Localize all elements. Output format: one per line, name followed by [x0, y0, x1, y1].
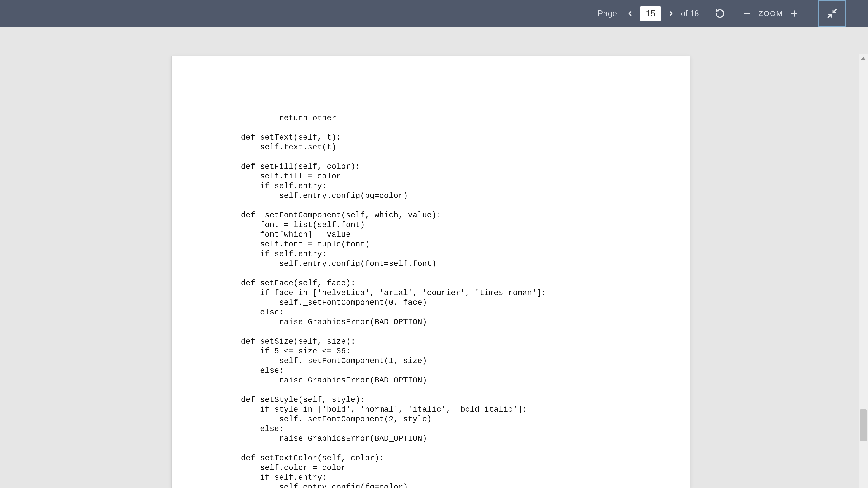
page-total-label: of 18: [681, 9, 699, 18]
page-nav-group: Page of 18: [598, 0, 700, 27]
toolbar-separator: [734, 5, 734, 22]
exit-fullscreen-button[interactable]: [818, 0, 846, 27]
rotate-icon: [715, 8, 725, 19]
svg-marker-5: [861, 57, 866, 60]
minus-icon: [743, 9, 752, 18]
page-number-input[interactable]: [640, 6, 661, 22]
prev-page-button[interactable]: [623, 7, 637, 20]
vertical-scrollbar[interactable]: [859, 54, 868, 488]
document-viewport[interactable]: return other def setText(self, t): self.…: [0, 27, 868, 488]
zoom-in-button[interactable]: [787, 6, 802, 21]
toolbar-separator: [852, 5, 852, 22]
chevron-left-icon: [626, 10, 634, 18]
next-page-button[interactable]: [664, 7, 678, 20]
page-label: Page: [598, 9, 617, 18]
zoom-out-button[interactable]: [740, 6, 754, 21]
minimize-icon: [827, 8, 837, 19]
code-content: return other def setText(self, t): self.…: [241, 113, 546, 488]
pdf-toolbar: Page of 18 ZOOM: [0, 0, 868, 27]
rotate-button[interactable]: [713, 6, 727, 21]
triangle-up-icon: [861, 57, 866, 60]
chevron-right-icon: [667, 10, 675, 18]
document-page: return other def setText(self, t): self.…: [171, 56, 690, 488]
zoom-label: ZOOM: [758, 9, 783, 18]
plus-icon: [790, 9, 799, 18]
scroll-thumb[interactable]: [860, 410, 867, 442]
scroll-up-button[interactable]: [859, 54, 868, 62]
zoom-group: ZOOM: [740, 0, 802, 27]
